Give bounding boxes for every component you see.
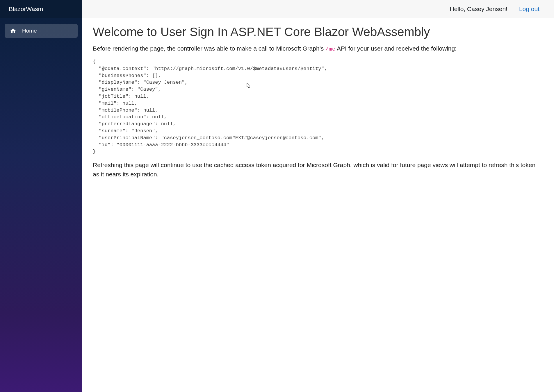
page-title: Welcome to User Sign In ASP.NET Core Bla… [93,24,544,40]
brand-title: BlazorWasm [9,6,43,12]
footer-paragraph: Refreshing this page will continue to us… [93,160,544,179]
sidebar-nav: Home [0,18,82,44]
home-icon [10,28,16,34]
greeting-text: Hello, Casey Jensen! [450,6,507,12]
intro-paragraph: Before rendering the page, the controlle… [93,44,544,53]
logout-link[interactable]: Log out [519,6,539,12]
sidebar-item-home[interactable]: Home [5,24,78,38]
inline-code-me: /me [325,46,335,52]
sidebar-item-label: Home [22,28,37,34]
top-bar: Hello, Casey Jensen! Log out [82,0,554,18]
sidebar: BlazorWasm Home [0,0,82,392]
intro-before: Before rendering the page, the controlle… [93,45,325,52]
json-output: { "@odata.context": "https://graph.micro… [93,58,544,155]
content: Welcome to User Sign In ASP.NET Core Bla… [82,18,554,392]
sidebar-header: BlazorWasm [0,0,82,18]
main-area: Hello, Casey Jensen! Log out Welcome to … [82,0,554,392]
intro-after: API for your user and received the follo… [335,45,457,52]
